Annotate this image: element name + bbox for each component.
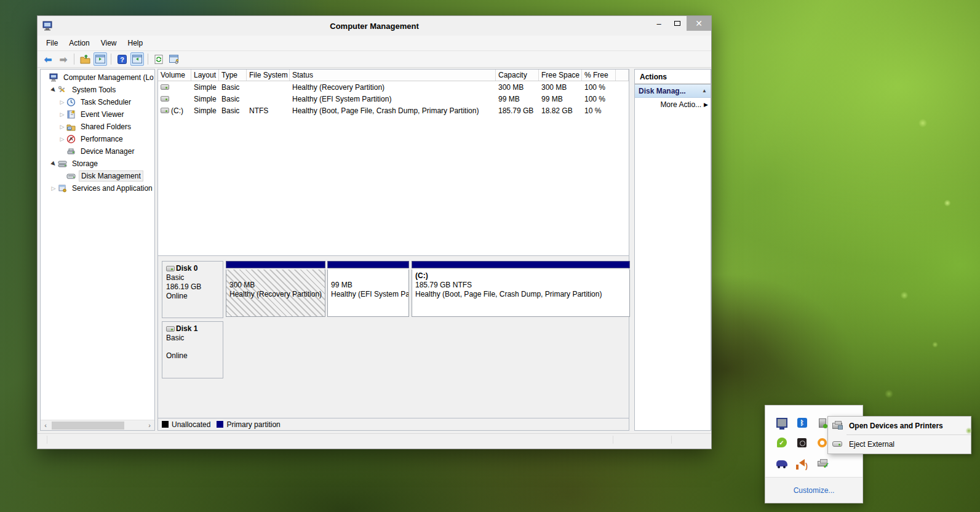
desktop-background: Computer Management – ✕ File Action View… bbox=[0, 0, 980, 512]
status-bar bbox=[38, 433, 711, 446]
tree-item-performance[interactable]: ▷ Performance bbox=[41, 133, 154, 145]
disk-graphical-view: Disk 0 Basic 186.19 GB Online 300 MB Hea… bbox=[158, 256, 629, 430]
actions-group-disk-management[interactable]: Disk Manag... ▲ bbox=[635, 84, 711, 98]
partition-color-bar bbox=[226, 261, 325, 268]
menu-bar: File Action View Help bbox=[38, 36, 711, 51]
tree-item-shared-folders[interactable]: ▷ 22 Shared Folders bbox=[41, 121, 154, 133]
column-header-layout[interactable]: Layout bbox=[191, 70, 219, 81]
device-manager-icon bbox=[66, 147, 76, 156]
title-bar[interactable]: Computer Management – ✕ bbox=[38, 16, 711, 36]
column-header-pct-free[interactable]: % Free bbox=[582, 70, 616, 81]
printer-ok-icon[interactable] bbox=[812, 452, 832, 472]
legend-bar: Unallocated Primary partition bbox=[158, 418, 629, 430]
actions-header: Actions bbox=[635, 70, 711, 84]
partition-efi[interactable]: 99 MB Healthy (EFI System Pa bbox=[327, 261, 409, 317]
help-icon[interactable]: ? bbox=[115, 52, 129, 66]
back-icon[interactable]: ⬅ bbox=[41, 52, 55, 66]
tree-item-disk-management[interactable]: Disk Management bbox=[41, 170, 154, 182]
scroll-right-arrow[interactable]: › bbox=[145, 422, 154, 429]
volume-row-recovery[interactable]: Simple Basic Healthy (Recovery Partition… bbox=[158, 81, 629, 93]
column-header-capacity[interactable]: Capacity bbox=[496, 70, 539, 81]
more-actions-item[interactable]: More Actio... ▶ bbox=[635, 98, 711, 111]
partition-recovery[interactable]: 300 MB Healthy (Recovery Partition) bbox=[226, 261, 325, 317]
menu-item-open-devices-and-printers[interactable]: Open Devices and Printers bbox=[828, 417, 971, 434]
partition-c[interactable]: (C:) 185.79 GB NTFS Healthy (Boot, Page … bbox=[412, 261, 630, 317]
services-icon bbox=[58, 184, 68, 193]
console-tree-pane: Computer Management (Lo ▶ System Tools ▷… bbox=[40, 69, 155, 431]
show-action-pane-icon[interactable] bbox=[130, 52, 144, 66]
tree-item-storage[interactable]: ▶ Storage bbox=[41, 158, 154, 170]
disk1-empty-area[interactable] bbox=[223, 321, 626, 378]
legend-unallocated: Unallocated bbox=[162, 420, 210, 429]
volume-row-c[interactable]: (C:) Simple Basic NTFS Healthy (Boot, Pa… bbox=[158, 105, 629, 116]
menu-file[interactable]: File bbox=[41, 37, 63, 49]
computer-icon bbox=[49, 73, 59, 82]
car-app-icon[interactable] bbox=[771, 452, 792, 472]
disk1-label[interactable]: Disk 1 Basic Online bbox=[162, 321, 223, 378]
refresh-icon[interactable] bbox=[152, 52, 165, 66]
customize-link[interactable]: Customize... bbox=[794, 486, 835, 495]
tree-horizontal-scrollbar[interactable]: ‹ › bbox=[41, 420, 154, 430]
tree-item-computer-management[interactable]: Computer Management (Lo bbox=[41, 71, 154, 84]
minimize-button[interactable]: – bbox=[650, 16, 668, 31]
collapse-arrow-icon[interactable]: ▲ bbox=[702, 88, 707, 94]
svg-text:22: 22 bbox=[68, 127, 71, 130]
show-console-tree-icon[interactable] bbox=[94, 52, 107, 66]
column-header-volume[interactable]: Volume bbox=[158, 70, 191, 81]
partition-color-bar bbox=[412, 261, 630, 268]
tree-item-device-manager[interactable]: Device Manager bbox=[41, 145, 154, 158]
menu-action[interactable]: Action bbox=[64, 37, 94, 49]
computer-management-window: Computer Management – ✕ File Action View… bbox=[37, 15, 712, 449]
disk-console-icon[interactable] bbox=[167, 52, 181, 66]
toolbar-separator bbox=[74, 54, 74, 65]
tray-context-menu: Open Devices and Printers Eject External bbox=[827, 416, 971, 454]
volume-list: Volume Layout Type File System Status Ca… bbox=[158, 70, 629, 256]
tree-item-system-tools[interactable]: ▶ System Tools bbox=[41, 84, 154, 96]
menu-help[interactable]: Help bbox=[123, 37, 148, 49]
disk0-row: Disk 0 Basic 186.19 GB Online 300 MB Hea… bbox=[162, 261, 626, 318]
shared-folders-icon: 22 bbox=[66, 122, 76, 131]
column-header-file-system[interactable]: File System bbox=[247, 70, 290, 81]
maximize-button[interactable] bbox=[668, 16, 687, 31]
scroll-left-arrow[interactable]: ‹ bbox=[41, 422, 50, 429]
disk-icon bbox=[166, 326, 175, 332]
volume-drive-icon bbox=[161, 108, 169, 113]
primary-partition-swatch bbox=[217, 421, 223, 428]
eject-drive-icon bbox=[828, 435, 847, 453]
unallocated-swatch bbox=[162, 421, 169, 428]
volume-icon[interactable] bbox=[792, 452, 812, 472]
storage-icon bbox=[58, 159, 68, 168]
volume-row-efi[interactable]: Simple Basic Healthy (EFI System Partiti… bbox=[158, 93, 629, 105]
tree-item-event-viewer[interactable]: ▷ ! Event Viewer bbox=[41, 108, 154, 121]
antivirus-icon[interactable]: ✓ bbox=[771, 433, 792, 452]
volume-drive-icon bbox=[161, 84, 169, 90]
menu-item-eject-external[interactable]: Eject External bbox=[828, 435, 971, 453]
submenu-arrow-icon: ▶ bbox=[704, 102, 708, 108]
tree-item-task-scheduler[interactable]: ▷ Task Scheduler bbox=[41, 96, 154, 108]
legend-primary-partition: Primary partition bbox=[217, 420, 280, 429]
task-scheduler-icon bbox=[66, 98, 76, 106]
bluetooth-icon[interactable]: ᛒ bbox=[792, 413, 812, 433]
column-header-status[interactable]: Status bbox=[290, 70, 496, 81]
scrollbar-thumb[interactable] bbox=[52, 422, 124, 430]
camera-icon[interactable] bbox=[792, 433, 812, 452]
devices-and-printers-icon bbox=[828, 417, 847, 434]
toolbar: ⬅ ➡ ? bbox=[38, 51, 711, 68]
menu-view[interactable]: View bbox=[96, 37, 122, 49]
tree-item-services-and-applications[interactable]: ▷ Services and Application bbox=[41, 182, 154, 194]
close-button[interactable]: ✕ bbox=[687, 16, 711, 31]
toolbar-separator bbox=[111, 54, 111, 65]
column-header-free-space[interactable]: Free Space bbox=[539, 70, 582, 81]
svg-text:?: ? bbox=[120, 55, 124, 63]
disk-management-icon bbox=[66, 172, 76, 180]
forward-icon[interactable]: ➡ bbox=[57, 52, 70, 66]
system-tools-icon bbox=[58, 86, 68, 94]
disk-management-main-pane: Volume Layout Type File System Status Ca… bbox=[157, 69, 629, 431]
disk-icon bbox=[166, 266, 175, 271]
monitor-icon[interactable] bbox=[771, 413, 792, 433]
disk0-label[interactable]: Disk 0 Basic 186.19 GB Online bbox=[162, 261, 223, 318]
up-level-folder-icon[interactable] bbox=[78, 52, 92, 66]
column-header-type[interactable]: Type bbox=[219, 70, 247, 81]
volume-drive-icon bbox=[161, 96, 169, 102]
disk1-row: Disk 1 Basic Online bbox=[162, 321, 626, 378]
